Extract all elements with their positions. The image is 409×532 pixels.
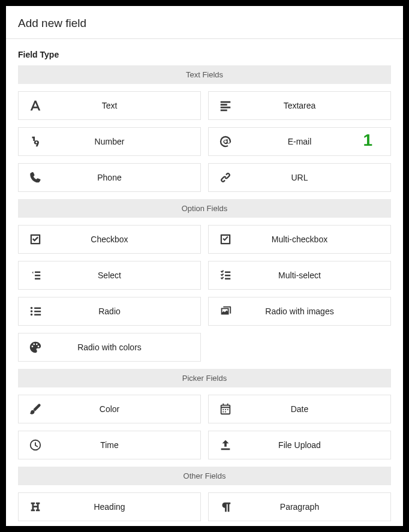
option-label: Multi-select	[242, 270, 390, 280]
option-label: Select	[52, 270, 200, 280]
section-header: Option Fields	[18, 199, 391, 218]
field-option-color[interactable]: Color	[18, 395, 201, 423]
field-option-multi-select[interactable]: Multi-select	[208, 261, 391, 290]
option-grid: TextTextareaNumberE-mail1PhoneURL	[18, 91, 391, 192]
field-option-checkbox[interactable]: Checkbox	[18, 225, 201, 254]
section-header: Text Fields	[18, 65, 391, 84]
field-option-number[interactable]: Number	[18, 127, 201, 156]
add-field-panel: Add new field Field Type Text FieldsText…	[6, 6, 403, 526]
field-type-label: Field Type	[18, 50, 391, 59]
field-option-url[interactable]: URL	[208, 163, 391, 192]
phone-icon	[19, 171, 52, 184]
paragraph-icon	[209, 500, 242, 513]
option-grid: ColorDateTimeFile Upload	[18, 395, 391, 459]
option-label: Phone	[52, 173, 200, 182]
option-label: Radio with colors	[52, 342, 200, 352]
divider	[6, 38, 403, 39]
field-option-radio-colors[interactable]: Radio with colors	[18, 333, 201, 362]
field-option-file-upload[interactable]: File Upload	[208, 431, 391, 459]
field-option-email[interactable]: E-mail1	[208, 127, 391, 156]
option-label: Radio	[52, 306, 200, 316]
section-header: Other Fields	[18, 467, 391, 485]
one-nine-icon	[19, 135, 52, 148]
option-label: Color	[52, 404, 200, 414]
at-icon	[209, 135, 242, 148]
field-option-paragraph[interactable]: Paragraph	[208, 492, 391, 521]
panel-title: Add new field	[18, 17, 391, 30]
align-left-icon	[209, 99, 242, 112]
check-square-icon	[19, 233, 52, 246]
option-label: Number	[52, 137, 200, 146]
option-label: Heading	[52, 502, 200, 512]
option-label: Checkbox	[52, 235, 200, 244]
field-option-time[interactable]: Time	[18, 431, 201, 459]
field-option-select[interactable]: Select	[18, 261, 201, 290]
list-dots-icon	[19, 305, 52, 318]
option-label: Date	[242, 404, 390, 414]
option-label: Paragraph	[242, 502, 390, 512]
clock-icon	[19, 438, 52, 452]
link-icon	[209, 171, 242, 184]
field-option-radio[interactable]: Radio	[18, 297, 201, 326]
option-label: Radio with images	[242, 306, 390, 316]
field-option-date[interactable]: Date	[208, 395, 391, 423]
font-icon	[19, 99, 52, 112]
option-label: URL	[242, 173, 390, 182]
option-grid: HeadingParagraphImageHTMLHidden	[18, 492, 391, 526]
section-header: Picker Fields	[18, 369, 391, 387]
option-label: Textarea	[242, 101, 390, 110]
heading-icon	[19, 500, 52, 513]
field-option-heading[interactable]: Heading	[18, 492, 201, 521]
option-grid: CheckboxMulti-checkboxSelectMulti-select…	[18, 225, 391, 362]
option-label: File Upload	[242, 440, 390, 450]
field-option-text[interactable]: Text	[18, 91, 201, 120]
multi-select-icon	[209, 269, 242, 282]
brush-icon	[19, 402, 52, 416]
option-label: Time	[52, 440, 200, 450]
option-label: Multi-checkbox	[242, 235, 390, 244]
multi-check-square-icon	[209, 233, 242, 246]
palette-icon	[19, 341, 52, 354]
select-icon	[19, 269, 52, 282]
option-label: Text	[52, 101, 200, 110]
images-icon	[209, 305, 242, 318]
field-option-textarea[interactable]: Textarea	[208, 91, 391, 120]
field-option-multi-checkbox[interactable]: Multi-checkbox	[208, 225, 391, 254]
upload-icon	[209, 438, 242, 452]
calendar-icon	[209, 402, 242, 416]
field-option-radio-images[interactable]: Radio with images	[208, 297, 391, 326]
option-label: E-mail	[242, 137, 390, 146]
field-option-phone[interactable]: Phone	[18, 163, 201, 192]
